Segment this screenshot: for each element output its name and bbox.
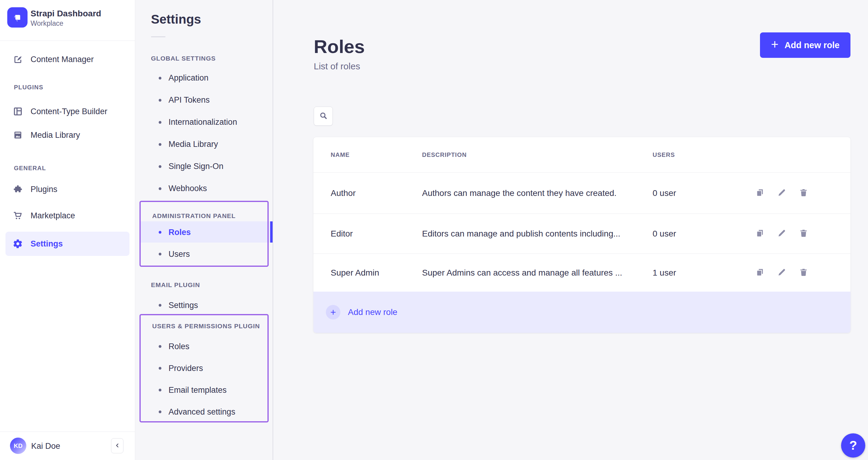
feather-pen-icon bbox=[13, 54, 23, 64]
page-title: Roles bbox=[314, 36, 365, 57]
table-row-author[interactable]: Author Authors can manage the content th… bbox=[313, 173, 850, 213]
add-new-role-button[interactable]: + Add new role bbox=[760, 32, 850, 58]
table-row-super-admin[interactable]: Super Admin Super Admins can access and … bbox=[313, 254, 850, 292]
subnav-item-api-tokens[interactable]: API Tokens bbox=[135, 89, 273, 111]
subnav-item-advanced-settings[interactable]: Advanced settings bbox=[141, 401, 268, 423]
role-users-count: 1 user bbox=[653, 268, 754, 278]
subnav-section-email-plugin: EMAIL PLUGIN bbox=[151, 281, 200, 289]
pencil-icon bbox=[777, 228, 786, 239]
search-button[interactable] bbox=[314, 107, 333, 126]
sidebar-item-plugins[interactable]: Plugins bbox=[0, 180, 135, 198]
edit-role-button[interactable] bbox=[777, 268, 787, 278]
subnav-section-global-settings: GLOBAL SETTINGS bbox=[151, 55, 216, 62]
trash-icon bbox=[799, 267, 808, 278]
sidebar-item-label: Content Manager bbox=[31, 55, 94, 64]
duplicate-icon bbox=[755, 188, 765, 198]
question-mark-icon: ? bbox=[849, 438, 857, 453]
subnav-item-providers[interactable]: Providers bbox=[141, 357, 268, 379]
trash-icon bbox=[799, 188, 808, 198]
puzzle-icon bbox=[13, 184, 23, 194]
sidebar-divider bbox=[0, 40, 135, 41]
subnav-item-single-sign-on[interactable]: Single Sign-On bbox=[135, 155, 273, 177]
subnav-item-media-library[interactable]: Media Library bbox=[135, 133, 273, 155]
user-name: Kai Doe bbox=[31, 441, 60, 451]
strapi-admin-screen: Strapi Dashboard Workplace Content Manag… bbox=[0, 0, 868, 460]
subnav-divider bbox=[151, 36, 165, 37]
role-description: Authors can manage the content they have… bbox=[422, 189, 653, 198]
subnav-section-users-permissions-plugin: USERS & PERMISSIONS PLUGIN bbox=[152, 322, 260, 330]
sidebar-item-label: Marketplace bbox=[31, 211, 75, 221]
table-row-editor[interactable]: Editor Editors can manage and publish co… bbox=[313, 213, 850, 254]
edit-role-button[interactable] bbox=[777, 188, 787, 198]
subnav-title: Settings bbox=[151, 12, 201, 27]
sidebar-item-label: Media Library bbox=[31, 131, 80, 140]
gear-icon bbox=[13, 239, 23, 249]
user-avatar[interactable]: KD bbox=[10, 438, 26, 454]
role-description: Super Admins can access and manage all f… bbox=[422, 268, 653, 278]
subnav-section-administration-panel: ADMINISTRATION PANEL bbox=[152, 212, 236, 220]
layout-grid-icon bbox=[13, 106, 23, 117]
sidebar-item-label: Content-Type Builder bbox=[31, 107, 107, 116]
plus-icon: + bbox=[330, 307, 336, 318]
sidebar-section-plugins: PLUGINS bbox=[14, 84, 43, 91]
sidebar-footer: KD Kai Doe bbox=[0, 432, 135, 460]
strapi-logo-icon bbox=[7, 7, 28, 28]
role-description: Editors can manage and publish contents … bbox=[422, 229, 653, 239]
subnav-item-webhooks[interactable]: Webhooks bbox=[135, 177, 273, 200]
duplicate-role-button[interactable] bbox=[755, 188, 765, 198]
role-name: Editor bbox=[331, 229, 422, 239]
search-icon bbox=[319, 111, 328, 121]
role-users-count: 0 user bbox=[653, 189, 754, 198]
sidebar-item-content-manager[interactable]: Content Manager bbox=[0, 50, 135, 68]
chevron-left-icon bbox=[115, 443, 120, 449]
subnav-item-email-templates[interactable]: Email templates bbox=[141, 379, 268, 401]
duplicate-role-button[interactable] bbox=[755, 268, 765, 278]
tour-highlight-administration-panel: ADMINISTRATION PANEL Roles Users bbox=[140, 201, 269, 267]
sidebar-item-content-type-builder[interactable]: Content-Type Builder bbox=[0, 103, 135, 120]
sidebar-item-label: Settings bbox=[31, 239, 63, 249]
subnav-item-application[interactable]: Application bbox=[135, 67, 273, 89]
workspace-name: Workplace bbox=[31, 19, 101, 28]
column-header-users: USERS bbox=[653, 151, 754, 159]
active-item-indicator bbox=[270, 221, 273, 242]
pencil-icon bbox=[777, 267, 786, 278]
main-sidebar: Strapi Dashboard Workplace Content Manag… bbox=[0, 0, 135, 460]
add-new-role-label: Add new role bbox=[784, 40, 840, 50]
delete-role-button[interactable] bbox=[798, 229, 809, 239]
delete-role-button[interactable] bbox=[798, 188, 809, 198]
edit-role-button[interactable] bbox=[777, 229, 787, 239]
table-header-row: NAME DESCRIPTION USERS bbox=[313, 137, 850, 173]
sidebar-item-settings[interactable]: Settings bbox=[5, 232, 129, 256]
trash-icon bbox=[799, 228, 808, 239]
delete-role-button[interactable] bbox=[798, 268, 809, 278]
role-users-count: 0 user bbox=[653, 229, 754, 239]
duplicate-icon bbox=[755, 267, 765, 278]
collapse-sidebar-button[interactable] bbox=[111, 438, 123, 453]
subnav-item-roles[interactable]: Roles bbox=[141, 221, 268, 243]
role-name: Super Admin bbox=[331, 268, 422, 278]
column-header-description: DESCRIPTION bbox=[422, 151, 653, 159]
add-new-role-footer[interactable]: + Add new role bbox=[313, 292, 850, 333]
avatar-initials: KD bbox=[14, 442, 23, 450]
settings-subnav: Settings GLOBAL SETTINGS Application API… bbox=[135, 0, 273, 460]
tour-highlight-users-permissions-plugin: USERS & PERMISSIONS PLUGIN Roles Provide… bbox=[140, 314, 269, 423]
subnav-item-email-settings[interactable]: Settings bbox=[135, 294, 273, 316]
pencil-icon bbox=[777, 188, 786, 198]
subnav-item-users[interactable]: Users bbox=[141, 243, 268, 265]
subnav-item-up-roles[interactable]: Roles bbox=[141, 336, 268, 357]
roles-page: Roles List of roles + Add new role NAME … bbox=[273, 0, 868, 460]
plus-icon: + bbox=[771, 38, 778, 51]
sidebar-item-marketplace[interactable]: Marketplace bbox=[0, 206, 135, 225]
workspace-header[interactable]: Strapi Dashboard Workplace bbox=[7, 7, 128, 28]
duplicate-role-button[interactable] bbox=[755, 229, 765, 239]
roles-table-card: NAME DESCRIPTION USERS Author Authors ca… bbox=[313, 137, 850, 333]
role-name: Author bbox=[331, 189, 422, 198]
help-button[interactable]: ? bbox=[841, 433, 865, 458]
duplicate-icon bbox=[755, 228, 765, 239]
page-subtitle: List of roles bbox=[314, 61, 360, 71]
subnav-item-internationalization[interactable]: Internationalization bbox=[135, 111, 273, 133]
image-icon bbox=[13, 130, 23, 140]
sidebar-item-media-library[interactable]: Media Library bbox=[0, 126, 135, 144]
plus-circle-icon: + bbox=[326, 305, 340, 319]
app-title: Strapi Dashboard bbox=[31, 8, 101, 19]
